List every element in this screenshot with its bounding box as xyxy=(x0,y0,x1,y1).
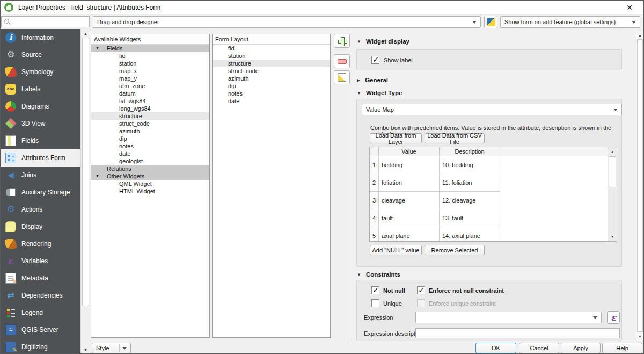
description-cell[interactable]: 13. fault xyxy=(440,209,500,227)
table-row[interactable]: 4 fault 13. fault xyxy=(370,209,617,227)
sidebar-item-source[interactable]: Source xyxy=(1,46,80,63)
section-widget-type[interactable]: ▼ Widget Type xyxy=(357,90,402,96)
designer-mode-select[interactable]: Drag and drop designer xyxy=(93,16,481,28)
tree-item-struct_code[interactable]: struct_code xyxy=(91,120,209,127)
add-null-value-button[interactable]: Add "NULL" value xyxy=(370,245,422,255)
description-cell[interactable]: 11. foliation xyxy=(440,174,500,192)
scrollbar-thumb[interactable] xyxy=(82,38,89,306)
scroll-down-icon[interactable]: ▼ xyxy=(636,333,643,341)
section-constraints[interactable]: ▼ Constraints xyxy=(357,271,400,278)
python-init-button[interactable] xyxy=(484,16,497,28)
tree-item-html-widget[interactable]: HTML Widget xyxy=(91,187,209,195)
load-data-from-csv-button[interactable]: Load Data from CSV File xyxy=(425,133,485,143)
sidebar-item-digitizing[interactable]: Digitizing xyxy=(1,338,80,354)
sidebar-item-metadata[interactable]: Metadata xyxy=(1,270,80,287)
tree-item-geologist[interactable]: geologist xyxy=(91,157,209,165)
tree-item-structure[interactable]: structure xyxy=(91,112,209,120)
layout-item-struct_code[interactable]: struct_code xyxy=(213,67,330,75)
remove-item-button[interactable] xyxy=(334,54,350,68)
sidebar-item-rendering[interactable]: Rendering xyxy=(1,235,80,252)
sidebar-item-variables[interactable]: Variables xyxy=(1,252,80,270)
description-cell[interactable]: 14. axial plane xyxy=(440,227,500,242)
tree-group-fields[interactable]: ▼Fields xyxy=(91,45,209,52)
tree-item-station[interactable]: station xyxy=(91,60,209,67)
sidebar-item-information[interactable]: Information xyxy=(1,29,80,46)
close-icon[interactable]: ✕ xyxy=(622,2,637,13)
enforce-unique-checkbox[interactable] xyxy=(417,299,425,307)
tree-item-dip[interactable]: dip xyxy=(91,135,209,142)
sidebar-item-auxiliary-storage[interactable]: Auxiliary Storage xyxy=(1,184,80,201)
tree-group-other-widgets[interactable]: ▼Other Widgets xyxy=(91,172,209,180)
collapse-arrow-icon[interactable]: ▼ xyxy=(96,45,99,52)
sidebar-item-3d-view[interactable]: 3D View xyxy=(1,115,80,132)
remove-selected-button[interactable]: Remove Selected xyxy=(425,245,485,255)
tree-item-qml-widget[interactable]: QML Widget xyxy=(91,180,209,187)
value-cell[interactable]: foliation xyxy=(379,174,440,192)
scroll-up-icon[interactable]: ▲ xyxy=(608,148,617,156)
tree-group-relations[interactable]: Relations xyxy=(91,165,209,172)
value-cell[interactable]: fault xyxy=(379,209,440,227)
apply-button[interactable]: Apply xyxy=(561,343,601,353)
scrollbar-thumb[interactable] xyxy=(637,39,643,332)
sidebar-item-joins[interactable]: Joins xyxy=(1,167,80,184)
tree-item-fid[interactable]: fid xyxy=(91,52,209,60)
scroll-up-icon[interactable]: ▲ xyxy=(636,31,643,39)
not-null-checkbox[interactable] xyxy=(371,286,379,294)
show-label-checkbox[interactable] xyxy=(371,56,379,64)
description-cell[interactable]: 12. cleavage xyxy=(440,192,500,209)
value-cell[interactable]: cleavage xyxy=(379,192,440,209)
value-cell[interactable]: axial plane xyxy=(379,227,440,242)
ok-button[interactable]: OK xyxy=(475,343,516,353)
description-cell[interactable]: 10. bedding xyxy=(440,156,500,174)
table-scrollbar[interactable]: ▲ ▼ xyxy=(608,147,617,241)
settings-scrollbar[interactable]: ▲ ▼ xyxy=(636,31,644,341)
sidebar-item-attributes-form[interactable]: Attributes Form xyxy=(1,149,80,167)
collapse-arrow-icon[interactable]: ▼ xyxy=(96,172,99,180)
layout-item-azimuth[interactable]: azimuth xyxy=(213,75,330,82)
enforce-not-null-checkbox[interactable] xyxy=(417,286,425,294)
expression-description-input[interactable] xyxy=(415,328,620,338)
sidebar-item-symbology[interactable]: Symbology xyxy=(1,63,80,81)
sidebar-item-diagrams[interactable]: Diagrams xyxy=(1,98,80,115)
tree-item-notes[interactable]: notes xyxy=(91,142,209,150)
layout-item-date[interactable]: date xyxy=(213,97,330,105)
sidebar-item-qgis-server[interactable]: QGIS Server xyxy=(1,321,80,338)
scroll-down-icon[interactable]: ▼ xyxy=(608,233,617,241)
value-column-header[interactable]: Value xyxy=(379,147,440,156)
scroll-up-icon[interactable]: ▲ xyxy=(81,30,90,38)
table-row[interactable]: 3 cleavage 12. cleavage xyxy=(370,192,617,209)
tree-item-map_x[interactable]: map_x xyxy=(91,67,209,75)
table-row[interactable]: 1 bedding 10. bedding xyxy=(370,156,617,174)
table-row[interactable]: 2 foliation 11. foliation xyxy=(370,174,617,192)
widget-type-select[interactable]: Value Map xyxy=(362,104,622,115)
form-open-mode-select[interactable]: Show form on add feature (global setting… xyxy=(500,16,640,28)
scrollbar-thumb[interactable] xyxy=(609,156,616,187)
unique-checkbox[interactable] xyxy=(371,299,379,307)
edit-item-button[interactable] xyxy=(334,70,350,84)
sidebar-item-labels[interactable]: Labels xyxy=(1,81,80,98)
layout-item-structure[interactable]: structure xyxy=(213,60,330,67)
scroll-down-icon[interactable]: ▼ xyxy=(81,346,90,354)
section-general[interactable]: ▶ General xyxy=(357,77,388,83)
load-data-from-layer-button[interactable]: Load Data from Layer xyxy=(370,133,422,143)
layout-item-fid[interactable]: fid xyxy=(213,45,330,52)
expression-input[interactable] xyxy=(415,312,602,323)
tree-item-long_wgs84[interactable]: long_wgs84 xyxy=(91,105,209,112)
section-widget-display[interactable]: ▼ Widget display xyxy=(357,38,409,45)
help-button[interactable]: Help xyxy=(602,343,642,353)
tree-item-date[interactable]: date xyxy=(91,150,209,157)
tree-item-map_y[interactable]: map_y xyxy=(91,75,209,82)
style-menu-button[interactable]: Style xyxy=(92,343,131,353)
layout-item-notes[interactable]: notes xyxy=(213,90,330,97)
add-item-button[interactable] xyxy=(334,34,350,48)
sidebar-item-actions[interactable]: Actions xyxy=(1,201,80,218)
panel-splitter[interactable] xyxy=(352,31,352,341)
sidebar-item-legend[interactable]: Legend xyxy=(1,304,80,321)
layout-item-dip[interactable]: dip xyxy=(213,82,330,90)
sidebar-scrollbar[interactable]: ▲ ▼ xyxy=(80,29,90,354)
sidebar-item-display[interactable]: Display xyxy=(1,218,80,235)
cancel-button[interactable]: Cancel xyxy=(519,343,559,353)
layout-item-station[interactable]: station xyxy=(213,52,330,60)
tree-item-utm_zone[interactable]: utm_zone xyxy=(91,82,209,90)
value-cell[interactable]: bedding xyxy=(379,156,440,174)
